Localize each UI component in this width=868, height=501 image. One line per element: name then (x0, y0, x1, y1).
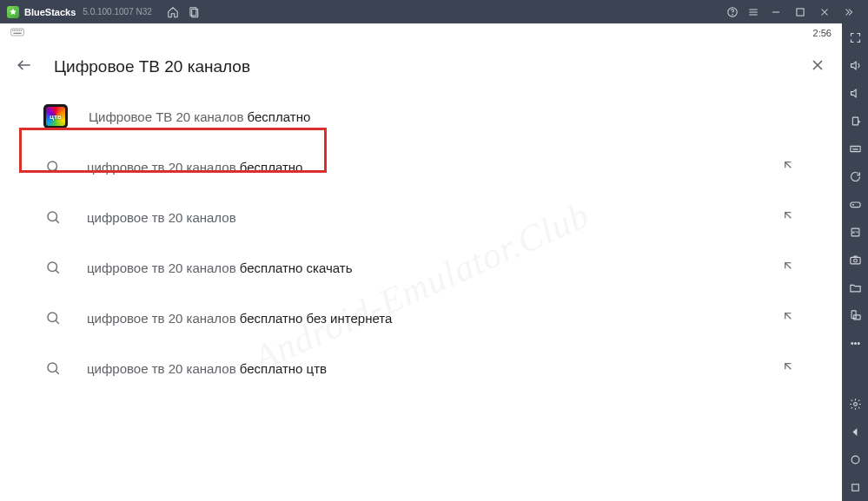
svg-point-30 (48, 262, 57, 272)
home-button[interactable] (162, 2, 183, 23)
svg-rect-10 (850, 257, 859, 264)
suggestion-row[interactable]: цифровое тв 20 каналов (0, 192, 842, 242)
app-result[interactable]: цтв Цифровое ТВ 20 каналов бесплатно (0, 91, 842, 142)
suggestion-text: цифровое тв 20 каналов бесплатно цтв (87, 361, 781, 376)
bluestacks-logo (7, 6, 19, 18)
svg-rect-20 (11, 29, 24, 36)
version-text: 5.0.100.1007 N32 (83, 7, 152, 16)
svg-rect-5 (852, 117, 858, 125)
keyboard-controls-icon[interactable] (846, 140, 864, 157)
settings-icon[interactable] (846, 395, 864, 412)
side-toolbar: APK (842, 23, 868, 501)
svg-rect-21 (12, 30, 13, 30)
svg-point-29 (48, 212, 57, 221)
sync-icon[interactable] (846, 168, 864, 185)
back-icon[interactable] (846, 423, 864, 440)
svg-rect-24 (17, 30, 18, 30)
search-icon (43, 208, 63, 227)
svg-rect-27 (13, 33, 21, 34)
rotate-icon[interactable] (846, 307, 864, 324)
volume-up-icon[interactable] (846, 56, 864, 74)
svg-rect-23 (16, 30, 17, 30)
svg-rect-25 (19, 30, 20, 30)
suggestion-row[interactable]: цифровое тв 20 каналов бесплатно цтв (0, 343, 842, 393)
screenshot-icon[interactable] (846, 251, 864, 268)
svg-point-31 (48, 313, 57, 322)
emulator-screen: 2:56 Цифровое ТВ 20 каналов цтв Цифровое… (0, 23, 842, 501)
app-icon: цтв (43, 104, 68, 129)
search-icon (43, 258, 63, 277)
more-icon[interactable] (846, 334, 864, 352)
maximize-button[interactable] (788, 2, 812, 23)
search-icon (43, 157, 63, 176)
svg-text:APK: APK (851, 231, 858, 234)
svg-point-32 (48, 363, 57, 372)
suggestion-text: цифровое тв 20 каналов (87, 210, 781, 225)
insert-arrow-icon[interactable] (781, 208, 798, 226)
suggestion-row[interactable]: цифровое тв 20 каналов бесплатно скачать (0, 242, 842, 293)
search-header: Цифровое ТВ 20 каналов (0, 43, 842, 91)
search-query[interactable]: Цифровое ТВ 20 каналов (54, 57, 788, 76)
media-folder-icon[interactable] (846, 279, 864, 296)
svg-rect-7 (850, 202, 859, 208)
svg-rect-26 (21, 30, 22, 30)
android-statusbar: 2:56 (0, 23, 842, 43)
game-controls-icon[interactable] (846, 195, 864, 213)
svg-rect-19 (851, 484, 858, 491)
recents-button[interactable] (183, 2, 204, 23)
lock-cursor-icon[interactable] (846, 112, 864, 129)
collapse-sidebar-button[interactable] (837, 2, 861, 23)
suggestion-row[interactable]: цифровое тв 20 каналов бесплатно (0, 142, 842, 192)
svg-point-14 (851, 342, 852, 344)
fullscreen-icon[interactable] (846, 29, 864, 46)
help-button[interactable] (722, 2, 743, 23)
svg-rect-6 (850, 146, 859, 151)
clock: 2:56 (813, 28, 832, 38)
back-arrow-icon[interactable] (16, 56, 33, 77)
suggestion-row[interactable]: цифровое тв 20 каналов бесплатно без инт… (0, 293, 842, 343)
search-icon (43, 359, 63, 378)
install-apk-icon[interactable]: APK (846, 223, 864, 241)
svg-point-3 (732, 14, 733, 15)
search-results: цтв Цифровое ТВ 20 каналов бесплатно циф… (0, 91, 842, 393)
menu-button[interactable] (743, 2, 764, 23)
window-titlebar: BlueStacks 5.0.100.1007 N32 (0, 0, 868, 23)
svg-point-11 (853, 259, 857, 262)
svg-rect-4 (797, 8, 804, 15)
suggestion-text: цифровое тв 20 каналов бесплатно (87, 160, 781, 175)
svg-rect-22 (14, 30, 15, 30)
svg-point-18 (851, 456, 859, 464)
keyboard-indicator-icon (10, 28, 24, 38)
search-icon (43, 308, 63, 327)
suggestion-text: цифровое тв 20 каналов бесплатно скачать (87, 260, 781, 275)
app-result-text: Цифровое ТВ 20 каналов бесплатно (89, 109, 798, 124)
insert-arrow-icon[interactable] (781, 158, 798, 175)
close-window-button[interactable] (812, 2, 837, 23)
volume-down-icon[interactable] (846, 84, 864, 102)
svg-point-16 (858, 342, 859, 344)
insert-arrow-icon[interactable] (781, 259, 798, 276)
minimize-button[interactable] (764, 2, 788, 23)
insert-arrow-icon[interactable] (781, 309, 798, 326)
insert-arrow-icon[interactable] (781, 359, 798, 377)
suggestion-text: цифровое тв 20 каналов бесплатно без инт… (87, 311, 781, 326)
brand-name: BlueStacks (24, 7, 76, 17)
svg-point-17 (853, 402, 857, 405)
svg-point-15 (854, 342, 856, 344)
clear-search-icon[interactable] (809, 56, 826, 77)
overview-icon[interactable] (846, 478, 864, 496)
svg-point-28 (48, 162, 57, 171)
home-icon[interactable] (846, 451, 864, 468)
